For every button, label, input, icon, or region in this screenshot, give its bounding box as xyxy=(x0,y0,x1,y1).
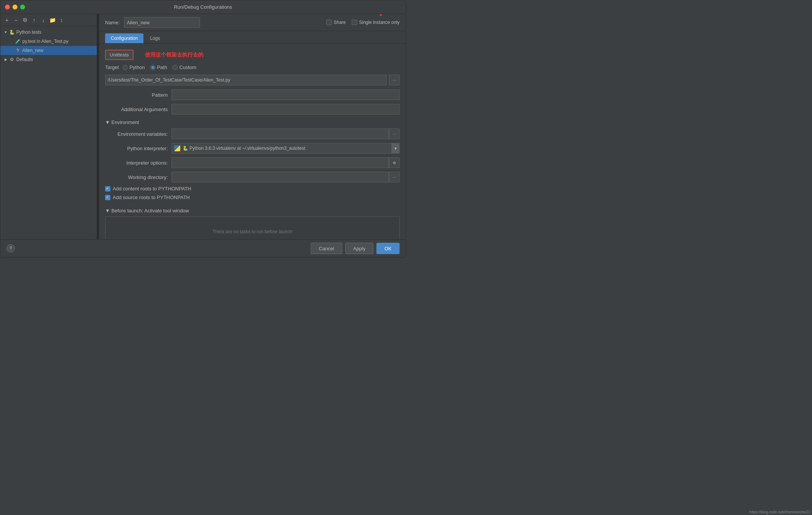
cancel-button[interactable]: Cancel xyxy=(311,243,342,254)
env-variables-label: Environment variables: xyxy=(105,131,168,137)
before-launch-label: ▼ Before launch: Activate tool window xyxy=(105,208,189,214)
before-launch-header[interactable]: ▼ Before launch: Activate tool window xyxy=(105,205,400,215)
close-button[interactable] xyxy=(5,5,10,9)
defaults-icon: ⚙ xyxy=(9,57,15,63)
sort-button[interactable]: ↕ xyxy=(57,16,66,24)
add-content-roots-row: Add content roots to PYTHONPATH xyxy=(105,184,400,193)
interpreter-options-label: Interpreter options: xyxy=(105,160,168,166)
additional-args-row: Additional Arguments xyxy=(105,102,400,116)
add-source-roots-label: Add source roots to PYTHONPATH xyxy=(113,195,190,200)
ok-button[interactable]: OK xyxy=(376,243,400,254)
env-variables-input-wrapper: ··· xyxy=(172,129,400,139)
interpreter-value: 🐍 Python 3.6.3 virtualenv at ~/.virtuale… xyxy=(183,146,392,151)
python-tests-label: Python tests xyxy=(16,30,41,35)
before-launch-content: There are no tasks to run before launch xyxy=(105,217,400,239)
share-checkbox[interactable] xyxy=(326,20,332,25)
working-directory-wrapper: ··· xyxy=(172,172,400,182)
defaults-arrow: ▶ xyxy=(3,57,8,62)
apply-button[interactable]: Apply xyxy=(345,243,374,254)
before-launch-section: ▼ Before launch: Activate tool window Th… xyxy=(105,205,400,239)
additional-args-input[interactable] xyxy=(172,104,400,115)
framework-annotation: 使用这个框架去执行去的 xyxy=(145,52,203,58)
target-custom-option[interactable]: Custom xyxy=(172,64,196,70)
add-source-roots-checkbox[interactable] xyxy=(105,195,110,200)
right-panel: Name: 2.任意取个新的名字 ↙ Share xyxy=(99,14,406,239)
target-custom-radio[interactable] xyxy=(172,65,178,70)
target-custom-label: Custom xyxy=(179,64,196,70)
interpreter-options-browse[interactable]: ⚙ xyxy=(389,157,400,168)
pytest-label: py.test in Alien_Test.py xyxy=(22,39,68,44)
single-instance-label: Single instance only xyxy=(359,20,400,25)
remove-config-button[interactable]: − xyxy=(12,16,20,24)
name-field-label: Name: xyxy=(105,20,120,25)
additional-args-label: Additional Arguments xyxy=(105,107,168,112)
alien-new-label: Alien_new xyxy=(22,48,43,53)
target-path-radio[interactable] xyxy=(150,65,156,70)
add-source-roots-row: Add source roots to PYTHONPATH xyxy=(105,193,400,202)
share-checkbox-row: Share xyxy=(326,20,346,25)
interpreter-options-wrapper: ⚙ xyxy=(172,157,400,168)
working-directory-label: Working directory: xyxy=(105,174,168,180)
name-input[interactable] xyxy=(124,17,200,28)
minimize-button[interactable] xyxy=(13,5,17,9)
working-directory-row: Working directory: ··· xyxy=(105,170,400,184)
pattern-input[interactable] xyxy=(172,89,400,100)
env-variables-input[interactable] xyxy=(172,129,389,139)
framework-section: Unittests 使用这个框架去执行去的 xyxy=(105,47,400,62)
sidebar-toolbar: + − ⧉ ↑ ↓ 📁 ↕ xyxy=(0,14,97,26)
maximize-button[interactable] xyxy=(20,5,25,9)
share-label: Share xyxy=(334,20,346,25)
working-directory-input[interactable] xyxy=(172,172,389,182)
working-directory-browse[interactable]: ··· xyxy=(389,172,400,182)
interpreter-options-row: Interpreter options: ⚙ xyxy=(105,155,400,170)
sidebar-tree: ▼ 🐍 Python tests ▶ 🧪 py.test in Alien_Te… xyxy=(0,26,97,239)
move-up-button[interactable]: ↑ xyxy=(30,16,38,24)
target-row: Target Python Path Custom xyxy=(105,62,400,72)
resize-handle[interactable] xyxy=(97,14,99,239)
interpreter-options-input[interactable] xyxy=(172,157,389,168)
add-config-button[interactable]: + xyxy=(3,16,11,24)
environment-label: ▼ Environment xyxy=(105,119,139,125)
python-tests-icon: 🐍 xyxy=(9,29,15,35)
expand-arrow: ▼ xyxy=(3,30,8,35)
target-python-label: Python xyxy=(129,64,145,70)
environment-section-header[interactable]: ▼ Environment xyxy=(105,116,400,127)
sidebar: + − ⧉ ↑ ↓ 📁 ↕ ▼ 🐍 Python tests ▶ 🧪 xyxy=(0,14,97,239)
target-python-option[interactable]: Python xyxy=(123,64,145,70)
tab-logs[interactable]: Logs xyxy=(144,33,165,43)
path-row: ··· xyxy=(105,72,400,88)
defaults-label: Defaults xyxy=(16,57,33,62)
target-label: Target xyxy=(105,64,119,70)
pytest-icon: 🧪 xyxy=(15,38,21,44)
path-input[interactable] xyxy=(105,75,387,85)
tab-configuration[interactable]: Configuration xyxy=(105,33,143,43)
add-content-roots-label: Add content roots to PYTHONPATH xyxy=(113,186,191,192)
single-instance-checkbox[interactable] xyxy=(352,20,357,25)
framework-selector[interactable]: Unittests xyxy=(105,50,134,60)
no-tasks-label: There are no tasks to run before launch xyxy=(212,229,292,234)
python-interpreter-label: Python interpreter: xyxy=(105,146,168,151)
name-row: Name: 2.任意取个新的名字 ↙ Share xyxy=(99,14,406,31)
target-python-radio[interactable] xyxy=(123,65,128,70)
new-folder-button[interactable]: 📁 xyxy=(48,16,57,24)
target-path-option[interactable]: Path xyxy=(150,64,167,70)
browse-button[interactable]: ··· xyxy=(389,75,400,85)
traffic-lights xyxy=(5,5,25,9)
move-down-button[interactable]: ↓ xyxy=(39,16,47,24)
interpreter-select-wrapper[interactable]: 🐍 Python 3.6.3 virtualenv at ~/.virtuale… xyxy=(172,143,400,154)
pattern-label: Pattern xyxy=(105,92,168,98)
pattern-row: Pattern xyxy=(105,88,400,102)
sidebar-item-pytest-alien[interactable]: ▶ 🧪 py.test in Alien_Test.py xyxy=(0,37,97,46)
copy-config-button[interactable]: ⧉ xyxy=(21,16,29,24)
help-button[interactable]: ? xyxy=(6,244,15,253)
sidebar-item-alien-new[interactable]: ▶ 🏃 Alien_new xyxy=(0,46,97,55)
target-path-label: Path xyxy=(157,64,167,70)
sidebar-item-defaults[interactable]: ▶ ⚙ Defaults xyxy=(0,55,97,64)
main-content: + − ⧉ ↑ ↓ 📁 ↕ ▼ 🐍 Python tests ▶ 🧪 xyxy=(0,14,406,239)
python-logo-icon xyxy=(174,145,180,151)
interpreter-dropdown-arrow[interactable]: ▼ xyxy=(392,143,399,154)
add-content-roots-checkbox[interactable] xyxy=(105,186,110,192)
sidebar-item-python-tests[interactable]: ▼ 🐍 Python tests xyxy=(0,28,97,37)
env-variables-browse[interactable]: ··· xyxy=(389,129,400,139)
window-title: Run/Debug Configurations xyxy=(174,4,232,10)
